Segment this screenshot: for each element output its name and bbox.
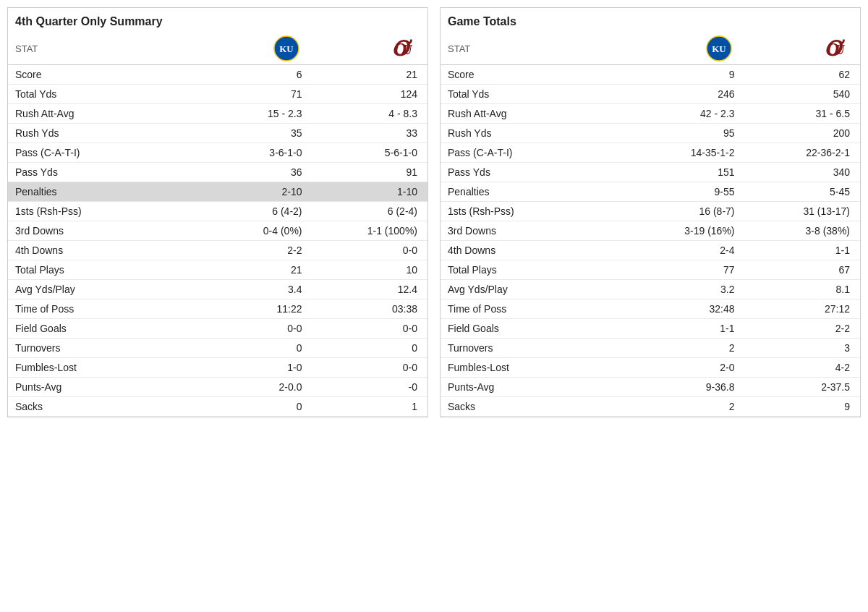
stat-value-ku: 9-55 xyxy=(629,182,745,202)
svg-text:KU: KU xyxy=(279,43,294,54)
stat-value-ku: 2-0 xyxy=(629,358,745,378)
stat-label: Score xyxy=(441,65,629,85)
table-row: Fumbles-Lost1-00-0 xyxy=(8,358,427,378)
stat-label: Fumbles-Lost xyxy=(8,358,197,378)
stat-value-ku: 1-0 xyxy=(197,358,312,378)
stat-label: Penalties xyxy=(441,182,629,202)
stat-value-ou: 3 xyxy=(745,339,861,358)
stat-value-ku: 9-36.8 xyxy=(629,378,745,397)
stat-value-ou: 1-10 xyxy=(312,182,428,202)
stat-value-ou: 2-37.5 xyxy=(745,378,861,397)
stat-label: Time of Poss xyxy=(441,299,629,319)
stat-value-ou: 0-0 xyxy=(312,358,428,378)
stat-value-ou: 4 - 8.3 xyxy=(312,104,428,124)
stat-value-ku: 42 - 2.3 xyxy=(629,104,745,124)
stat-label: Turnovers xyxy=(8,339,197,358)
svg-text:KU: KU xyxy=(712,43,726,54)
stat-value-ku: 0 xyxy=(197,397,312,417)
stat-label: Field Goals xyxy=(8,319,197,339)
stat-value-ku: 11:22 xyxy=(197,299,312,319)
stat-value-ku: 0 xyxy=(197,339,312,358)
stat-label: Total Plays xyxy=(441,260,629,280)
stat-value-ku: 71 xyxy=(197,85,312,104)
panel-title-game: Game Totals xyxy=(441,8,860,33)
stat-value-ou: 8.1 xyxy=(745,280,861,299)
table-row: Total Yds246540 xyxy=(441,85,860,104)
stat-value-ou: 62 xyxy=(745,65,861,85)
stat-label: Fumbles-Lost xyxy=(441,358,629,378)
stat-value-ku: 3-19 (16%) xyxy=(629,221,745,241)
stat-value-ku: 36 xyxy=(197,163,312,182)
stat-value-ou: 31 (13-17) xyxy=(745,202,861,221)
stat-value-ku: 15 - 2.3 xyxy=(197,104,312,124)
stat-label: Avg Yds/Play xyxy=(8,280,197,299)
table-row: Punts-Avg9-36.82-37.5 xyxy=(441,378,860,397)
stat-value-ou: 22-36-2-1 xyxy=(745,143,861,163)
table-row: Rush Yds95200 xyxy=(441,124,860,143)
table-row: 4th Downs2-41-1 xyxy=(441,241,860,260)
stat-value-ou: 21 xyxy=(312,65,428,85)
col-header-ou: Ơ O U xyxy=(745,33,861,65)
table-row: Score962 xyxy=(441,65,860,85)
stat-value-ou: 0-0 xyxy=(312,241,428,260)
stat-label: 3rd Downs xyxy=(441,221,629,241)
stat-label: Avg Yds/Play xyxy=(441,280,629,299)
stat-value-ku: 77 xyxy=(629,260,745,280)
stat-value-ou: 03:38 xyxy=(312,299,428,319)
table-row: Penalties2-101-10 xyxy=(8,182,427,202)
panel-title-q4: 4th Quarter Only Summary xyxy=(8,8,427,33)
table-row: 3rd Downs3-19 (16%)3-8 (38%) xyxy=(441,221,860,241)
stat-value-ku: 21 xyxy=(197,260,312,280)
table-row: Pass Yds3691 xyxy=(8,163,427,182)
stat-label: Pass (C-A-T-I) xyxy=(8,143,197,163)
stat-value-ku: 9 xyxy=(629,65,745,85)
stat-label: 3rd Downs xyxy=(8,221,197,241)
stat-label: 4th Downs xyxy=(8,241,197,260)
table-row: Turnovers00 xyxy=(8,339,427,358)
stat-value-ku: 3.2 xyxy=(629,280,745,299)
table-row: Avg Yds/Play3.28.1 xyxy=(441,280,860,299)
stat-label: Total Plays xyxy=(8,260,197,280)
stat-value-ku: 2 xyxy=(629,339,745,358)
stat-label: Rush Att-Avg xyxy=(8,104,197,124)
stat-value-ku: 35 xyxy=(197,124,312,143)
stat-label: Pass Yds xyxy=(441,163,629,182)
svg-text:U: U xyxy=(403,43,413,57)
stat-label: Rush Att-Avg xyxy=(441,104,629,124)
stat-value-ou: 124 xyxy=(312,85,428,104)
table-row: Total Plays7767 xyxy=(441,260,860,280)
table-row: Total Plays2110 xyxy=(8,260,427,280)
stat-value-ku: 14-35-1-2 xyxy=(629,143,745,163)
table-row: Fumbles-Lost2-04-2 xyxy=(441,358,860,378)
stat-value-ou: 1-1 (100%) xyxy=(312,221,428,241)
stat-value-ku: 2-0.0 xyxy=(197,378,312,397)
table-row: Pass (C-A-T-I)14-35-1-222-36-2-1 xyxy=(441,143,860,163)
stats-table-q4: STAT KU Ơ O U Score621Total Yds71124Rush… xyxy=(8,33,427,417)
table-row: Pass Yds151340 xyxy=(441,163,860,182)
table-row: 1sts (Rsh-Pss)6 (4-2)6 (2-4) xyxy=(8,202,427,221)
stat-value-ou: 340 xyxy=(745,163,861,182)
stat-label: 1sts (Rsh-Pss) xyxy=(8,202,197,221)
table-row: 3rd Downs0-4 (0%)1-1 (100%) xyxy=(8,221,427,241)
stat-label: Total Yds xyxy=(8,85,197,104)
stat-label: Punts-Avg xyxy=(8,378,197,397)
stats-panel-q4: 4th Quarter Only SummarySTAT KU Ơ O U Sc… xyxy=(7,7,428,417)
table-row: Turnovers23 xyxy=(441,339,860,358)
stat-value-ku: 3.4 xyxy=(197,280,312,299)
stat-value-ou: 91 xyxy=(312,163,428,182)
stat-value-ku: 0-0 xyxy=(197,319,312,339)
stat-value-ku: 2-4 xyxy=(629,241,745,260)
stat-value-ou: 33 xyxy=(312,124,428,143)
stat-value-ku: 6 (4-2) xyxy=(197,202,312,221)
stats-panel-game: Game TotalsSTAT KU Ơ O U Score962Total Y… xyxy=(440,7,861,417)
table-row: 4th Downs2-20-0 xyxy=(8,241,427,260)
stat-value-ou: 5-45 xyxy=(745,182,861,202)
table-row: 1sts (Rsh-Pss)16 (8-7)31 (13-17) xyxy=(441,202,860,221)
stat-value-ku: 95 xyxy=(629,124,745,143)
stat-value-ku: 2-10 xyxy=(197,182,312,202)
stat-label: Penalties xyxy=(8,182,197,202)
page-wrapper: 4th Quarter Only SummarySTAT KU Ơ O U Sc… xyxy=(7,7,861,417)
table-row: Rush Att-Avg42 - 2.331 - 6.5 xyxy=(441,104,860,124)
stat-value-ou: 0-0 xyxy=(312,319,428,339)
ou-logo-icon: Ơ O U xyxy=(386,35,414,61)
